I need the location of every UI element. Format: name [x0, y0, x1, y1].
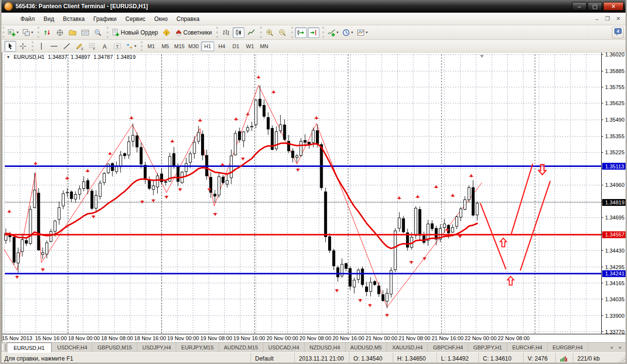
indicators-button[interactable]: ▾ [326, 27, 340, 38]
profiles-icon [22, 29, 30, 36]
candle [456, 216, 458, 229]
fractal-down-icon [334, 289, 339, 293]
trendline-tool-button[interactable] [61, 41, 73, 52]
chart-tab-usdcad[interactable]: USDCAD,H4 [263, 343, 305, 352]
chart-tab-xauusd[interactable]: XAUUSD,H4 [387, 343, 428, 352]
timeframe-h4[interactable]: H4 [215, 41, 228, 51]
new-chart-button[interactable]: ▾ [6, 27, 20, 38]
channel-tool-button[interactable]: E [74, 41, 85, 52]
chart-shift-marker[interactable] [480, 55, 484, 58]
tab-scroll-left-icon[interactable]: ◄ [609, 345, 613, 350]
price-tick-label: 1.33770 [605, 329, 625, 335]
new-order-button[interactable]: Новый Ордер [111, 27, 159, 38]
status-profile[interactable]: Default [251, 353, 295, 364]
notifications-button[interactable]: 4 [612, 27, 624, 38]
resize-grip[interactable] [618, 353, 626, 364]
fibonacci-tool-button[interactable]: F [86, 41, 98, 52]
fractal-up-icon [450, 193, 455, 197]
minimize-button[interactable]: – [572, 2, 587, 11]
candle [283, 119, 286, 141]
menu-графики[interactable]: Графики [89, 14, 121, 24]
time-scale[interactable]: 15 Nov 201315 Nov 16:0018 Nov 00:0018 No… [2, 335, 530, 341]
price-scale[interactable]: 1.360201.358851.357551.356251.354901.353… [601, 53, 626, 335]
candle [218, 172, 220, 198]
maximize-button[interactable]: ▢ [588, 2, 602, 11]
candle [390, 267, 392, 297]
label-tool-button[interactable]: T [111, 41, 123, 52]
mdi-minimize-button[interactable]: – [591, 15, 602, 23]
forecast-trend-line[interactable] [480, 203, 506, 269]
zoom-in-button[interactable] [264, 27, 276, 38]
candle [267, 112, 269, 135]
close-button[interactable]: ✕ [603, 2, 624, 11]
chart-tab-eurgbp[interactable]: EURGBP,H4 [548, 343, 588, 352]
bar-chart-button[interactable] [220, 27, 232, 38]
text-tool-button[interactable]: A [99, 41, 111, 52]
menu-файл[interactable]: Файл [16, 14, 39, 24]
menu-вид[interactable]: Вид [39, 14, 59, 24]
timeframe-m30[interactable]: M30 [187, 41, 200, 51]
timeframe-h1[interactable]: H1 [201, 41, 214, 51]
chart-tab-usdjpy[interactable]: USDJPY,H4 [137, 343, 176, 352]
chart-tab-nzdusd[interactable]: NZDUSD,H4 [305, 343, 346, 352]
timeframe-w1[interactable]: W1 [243, 41, 257, 51]
timeframe-m15[interactable]: M15 [173, 41, 186, 51]
fractal-up-icon [434, 185, 439, 189]
candle [369, 277, 372, 297]
templates-button[interactable]: ▾ [355, 27, 369, 38]
chart-tab-eurchf[interactable]: EURCHF,H4 [507, 343, 548, 352]
candle [148, 177, 150, 190]
chart-tab-gbpusd[interactable]: GBPUSD,M15 [92, 343, 137, 352]
chart-shift-button[interactable] [308, 27, 319, 38]
menu-окно[interactable]: Окно [150, 14, 172, 24]
chart-area[interactable]: ▼ EURUSD,H1 1.34837 1.34897 1.34787 1.34… [1, 53, 626, 342]
forecast-arrow-up-icon[interactable] [500, 238, 507, 247]
chart-tab-eurjpy[interactable]: EURJPY,M15 [176, 343, 219, 352]
candle [33, 173, 36, 208]
strategy-tester-button[interactable] [92, 27, 104, 38]
timeframe-mn[interactable]: MN [258, 41, 271, 51]
forecast-drawing[interactable] [480, 164, 550, 285]
zoom-out-button[interactable] [277, 27, 288, 38]
cursor-tool-button[interactable] [4, 41, 16, 52]
crosshair-tool-button[interactable] [17, 41, 29, 52]
forecast-trend-line[interactable] [511, 164, 533, 234]
periods-button[interactable]: ▾ [341, 27, 354, 38]
menu-вставка[interactable]: Вставка [58, 14, 89, 24]
chart-tab-audnzd[interactable]: AUDNZD,M15 [219, 343, 263, 352]
auto-scroll-button[interactable] [295, 27, 307, 38]
menu-справка[interactable]: Справка [172, 14, 204, 24]
favorites-button[interactable] [67, 27, 78, 38]
new-chart-icon [8, 29, 16, 36]
svg-text:A: A [103, 43, 107, 50]
alerts-button[interactable]: ! [161, 27, 172, 38]
navigator-button[interactable] [54, 27, 66, 38]
toolbar-group: ▾▾▾ [322, 27, 371, 38]
candle [119, 151, 122, 173]
price-tag-1.34819: 1.34819 [602, 199, 626, 206]
expert-advisors-button[interactable]: Советники [173, 27, 214, 38]
mdi-restore-button[interactable]: ❐ [602, 15, 613, 23]
chart-tab-eurusd[interactable]: EURUSD,H1 [7, 343, 52, 352]
vertical-line-tool-button[interactable] [36, 41, 47, 52]
menu-сервис[interactable]: Сервис [121, 14, 150, 24]
candlestick-chart-button[interactable] [233, 27, 244, 38]
tab-scroll-right-icon[interactable]: ► [618, 345, 623, 350]
mdi-close-button[interactable]: ✕ [613, 15, 624, 23]
chart-tab-gbpchf[interactable]: GBPCHF,H4 [428, 343, 468, 352]
arrows-tool-button[interactable]: ▾ [124, 41, 138, 52]
horizontal-line-tool-button[interactable] [48, 41, 60, 52]
line-chart-button[interactable] [245, 27, 257, 38]
chart-tab-audusd[interactable]: AUDUSD,M5 [346, 343, 387, 352]
chart-tab-usdchf[interactable]: USDCHF,H4 [53, 343, 93, 352]
timeframe-d1[interactable]: D1 [229, 41, 242, 51]
profiles-button[interactable]: ▾ [21, 27, 35, 38]
timeframe-m1[interactable]: M1 [145, 41, 158, 51]
fractal-up-icon [234, 117, 239, 121]
chart-tab-gbpjpy[interactable]: GBPJPY,H1 [468, 343, 507, 352]
market-watch-button[interactable] [41, 27, 53, 38]
terminal-button[interactable] [79, 27, 91, 38]
timeframe-m5[interactable]: M5 [159, 41, 172, 51]
forecast-arrow-up-icon[interactable] [508, 276, 514, 285]
toolbar-group [37, 27, 106, 38]
